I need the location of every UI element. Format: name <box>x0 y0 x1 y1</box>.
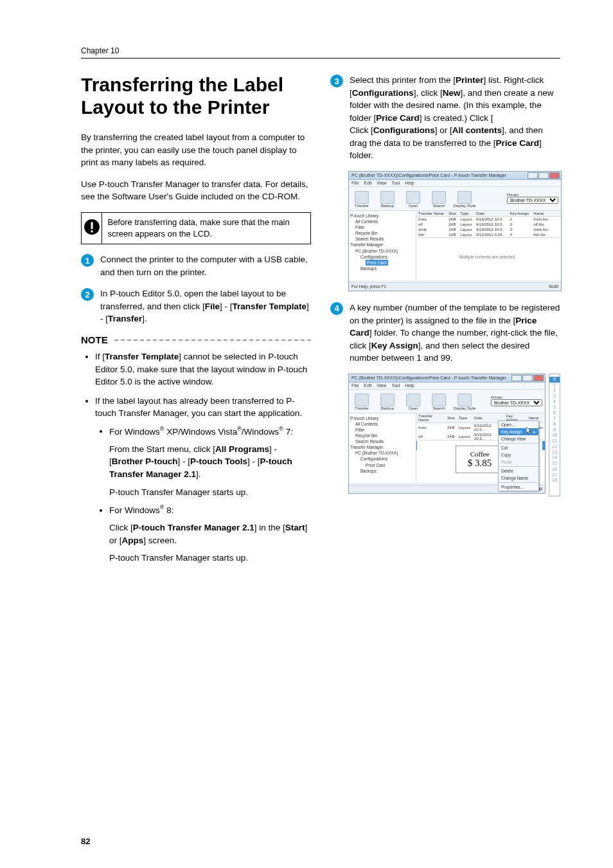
intro-p2: Use P-touch Transfer Manager to transfer… <box>81 178 311 203</box>
step-2: 2 In P-touch Editor 5.0, open the label … <box>81 287 311 325</box>
display-style-button[interactable]: Display Style <box>452 190 477 208</box>
step-1: 1 Connect the printer to the computer wi… <box>81 253 311 278</box>
intro-p1: By transferring the created label layout… <box>81 131 311 169</box>
tree-pane[interactable]: P-touch Library All Contents Filter Recy… <box>349 413 416 483</box>
backup-button[interactable]: Backup <box>375 392 400 410</box>
warning-text: Before transferring data, make sure that… <box>102 213 310 244</box>
preview-pane: Multiple contents are selected. <box>417 237 558 276</box>
step-number-icon: 4 <box>330 302 343 315</box>
svg-rect-2 <box>91 230 93 232</box>
window-buttons[interactable] <box>511 375 545 381</box>
toolbar: Transfer Backup Open Search Display Styl… <box>349 187 561 211</box>
step-number-icon: 2 <box>81 288 94 301</box>
note-item-2: If the label layout has already been tra… <box>95 395 311 565</box>
step-3: 3 Select this printer from the [Printer]… <box>330 74 560 162</box>
menu-bar[interactable]: FileEditViewToolHelp <box>349 383 545 390</box>
window-buttons[interactable] <box>528 172 561 179</box>
toolbar: Transfer Backup Open Search Display Styl… <box>349 390 545 413</box>
cursor-icon <box>526 427 533 435</box>
transfer-button[interactable]: Transfer <box>349 190 375 208</box>
step-3-text: Select this printer from the [Printer] l… <box>350 74 560 162</box>
important-icon <box>84 219 100 238</box>
search-button[interactable]: Search <box>426 392 452 410</box>
search-button[interactable]: Search <box>426 190 452 208</box>
page-title: Transferring the Label Layout to the Pri… <box>81 74 311 118</box>
printer-selector[interactable]: Printer: Brother TD-XXXX <box>504 192 561 205</box>
printer-selector[interactable]: Printer: Brother TD-XXXX <box>488 394 545 408</box>
key-assign-submenu[interactable]: 0 123456789101112131415161718 <box>549 374 560 496</box>
note-item-2a: For Windows® XP/Windows Vista®/Windows® … <box>109 425 311 498</box>
screenshot-transfer-manager-1: PC (Brother TD-XXXX)\Configurations\Pric… <box>348 171 562 291</box>
chapter-label: Chapter 10 <box>81 46 560 55</box>
note-heading: NOTE <box>81 334 311 345</box>
window-title: PC (Brother TD-XXXX)\Configurations\Pric… <box>351 173 506 177</box>
backup-button[interactable]: Backup <box>375 190 400 208</box>
screenshot-transfer-manager-2: PC (Brother TD-XXXX)\Configurations\Pric… <box>348 374 560 496</box>
open-button[interactable]: Open <box>400 190 426 208</box>
status-bar: For Help, press F1 NUM <box>349 282 561 291</box>
window-title: PC (Brother TD-XXXX)\Configurations\Pric… <box>351 375 506 380</box>
step-number-icon: 3 <box>330 75 343 87</box>
step-2-text: In P-touch Editor 5.0, open the label la… <box>100 287 311 325</box>
step-number-icon: 1 <box>81 254 94 267</box>
context-menu[interactable]: Open... Key Assign ▸ Change View Cut Cop… <box>498 420 539 491</box>
warning-box: Before transferring data, make sure that… <box>81 212 311 244</box>
note-item-1: If [Transfer Template] cannot be selecte… <box>95 350 311 388</box>
note-item-2b: For Windows® 8: Click [P-touch Transfer … <box>109 503 311 565</box>
step-1-text: Connect the printer to the computer with… <box>100 253 311 278</box>
transfer-button[interactable]: Transfer <box>349 392 375 410</box>
svg-rect-1 <box>91 222 93 229</box>
tree-pane[interactable]: P-touch Library All Contents Filter Recy… <box>349 211 416 280</box>
step-4: 4 A key number (number of the template t… <box>330 302 560 365</box>
display-style-button[interactable]: Display Style <box>452 392 477 410</box>
menu-bar[interactable]: FileEditViewToolHelp <box>349 180 561 187</box>
open-button[interactable]: Open <box>400 392 426 410</box>
header-rule <box>81 58 560 59</box>
step-4-text: A key number (number of the template to … <box>350 302 560 365</box>
page-number: 82 <box>81 836 90 846</box>
